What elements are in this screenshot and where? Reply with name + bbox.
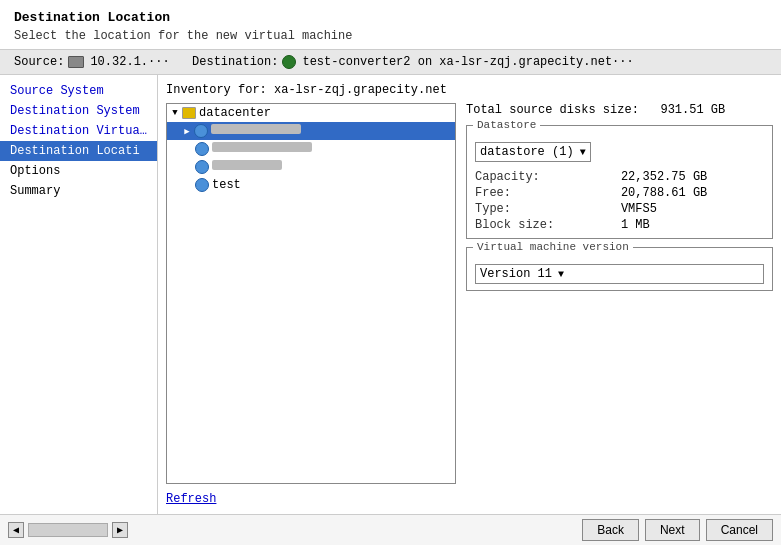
- monitor-icon: [68, 56, 84, 68]
- blocksize-value: 1 MB: [621, 218, 764, 232]
- free-value: 20,788.61 GB: [621, 186, 764, 200]
- sidebar: Source System Destination System Destina…: [0, 75, 158, 514]
- destination-label: Destination:: [192, 55, 278, 69]
- page-subtitle: Select the location for the new virtual …: [14, 29, 767, 43]
- tree-item-test[interactable]: test: [167, 176, 455, 194]
- next-button[interactable]: Next: [645, 519, 700, 541]
- total-size-row: Total source disks size: 931.51 GB: [466, 103, 773, 117]
- tree-item-test-label: test: [212, 178, 241, 192]
- datastore-select-row: datastore (1) ▼: [475, 142, 764, 162]
- total-size-value: 931.51 GB: [660, 103, 725, 117]
- right-panel: Total source disks size: 931.51 GB Datas…: [466, 103, 773, 484]
- vm-version-group-label: Virtual machine version: [473, 241, 633, 253]
- source-label: Source:: [14, 55, 64, 69]
- datastore-select[interactable]: datastore (1) ▼: [475, 142, 591, 162]
- vm-version-group: Virtual machine version Version 11 ▼: [466, 247, 773, 291]
- tree-item-datacenter-label: datacenter: [199, 106, 271, 120]
- page-title: Destination Location: [14, 10, 767, 25]
- panels-row: ▼ datacenter ▶: [166, 103, 773, 484]
- sidebar-item-destination-location[interactable]: Destination Locati: [0, 141, 157, 161]
- test-icon: [195, 178, 209, 192]
- inventory-label: Inventory for: xa-lsr-zqj.grapecity.net: [166, 83, 773, 97]
- main-container: Destination Location Select the location…: [0, 0, 781, 545]
- vm-version-select-row: Version 11 ▼: [475, 264, 764, 284]
- type-value: VMFS5: [621, 202, 764, 216]
- host-icon: [194, 124, 208, 138]
- main-panel: Inventory for: xa-lsr-zqj.grapecity.net …: [158, 75, 781, 514]
- refresh-area: Refresh: [166, 492, 773, 506]
- total-size-label: Total source disks size:: [466, 103, 639, 117]
- globe-icon: [282, 55, 296, 69]
- vm1-icon: [195, 142, 209, 156]
- cancel-button[interactable]: Cancel: [706, 519, 773, 541]
- scroll-right-button[interactable]: ▶: [112, 522, 128, 538]
- content-area: Source System Destination System Destina…: [0, 75, 781, 514]
- tree-item-vm1[interactable]: [167, 140, 455, 158]
- bottom-bar: ◀ ▶ Back Next Cancel: [0, 514, 781, 545]
- tree-item-host[interactable]: ▶: [167, 122, 455, 140]
- title-area: Destination Location Select the location…: [0, 0, 781, 50]
- expand-arrow-icon: ▼: [171, 109, 179, 117]
- scroll-track: [28, 523, 108, 537]
- tree-item-datacenter[interactable]: ▼ datacenter: [167, 104, 455, 122]
- sidebar-item-destination-virtual-machine[interactable]: Destination Virtual M: [0, 121, 157, 141]
- type-label: Type:: [475, 202, 611, 216]
- host-arrow-icon: ▶: [183, 127, 191, 135]
- datastore-info-grid: Capacity: 22,352.75 GB Free: 20,788.61 G…: [475, 170, 764, 232]
- vm-version-select-value: Version 11: [480, 267, 552, 281]
- tree-panel: ▼ datacenter ▶: [166, 103, 456, 484]
- vm2-icon: [195, 160, 209, 174]
- datastore-dropdown-arrow: ▼: [580, 147, 586, 158]
- folder-icon: [182, 107, 196, 119]
- blocksize-label: Block size:: [475, 218, 611, 232]
- destination-value: test-converter2 on xa-lsr-zqj.grapecity.…: [302, 55, 633, 69]
- capacity-label: Capacity:: [475, 170, 611, 184]
- sidebar-item-summary: Summary: [0, 181, 157, 201]
- back-button[interactable]: Back: [582, 519, 639, 541]
- vm-version-select[interactable]: Version 11 ▼: [475, 264, 764, 284]
- vm-version-dropdown-arrow: ▼: [558, 269, 564, 280]
- datastore-group: Datastore datastore (1) ▼ Capacity: 22,3…: [466, 125, 773, 239]
- tree-item-vm2-label: [212, 160, 282, 174]
- source-bar: Source: 10.32.1.··· Destination: test-co…: [0, 50, 781, 75]
- source-value: 10.32.1.···: [90, 55, 169, 69]
- tree-item-vm1-label: [212, 142, 312, 156]
- sidebar-item-destination-system[interactable]: Destination System: [0, 101, 157, 121]
- scroll-left-button[interactable]: ◀: [8, 522, 24, 538]
- sidebar-item-source-system[interactable]: Source System: [0, 81, 157, 101]
- tree-item-vm2[interactable]: [167, 158, 455, 176]
- scroll-controls: ◀ ▶: [8, 522, 128, 538]
- datastore-group-label: Datastore: [473, 119, 540, 131]
- datastore-select-value: datastore (1): [480, 145, 574, 159]
- refresh-link[interactable]: Refresh: [166, 492, 216, 506]
- tree-item-host-label: [211, 124, 301, 138]
- nav-buttons: Back Next Cancel: [582, 519, 773, 541]
- capacity-value: 22,352.75 GB: [621, 170, 764, 184]
- sidebar-item-options: Options: [0, 161, 157, 181]
- free-label: Free:: [475, 186, 611, 200]
